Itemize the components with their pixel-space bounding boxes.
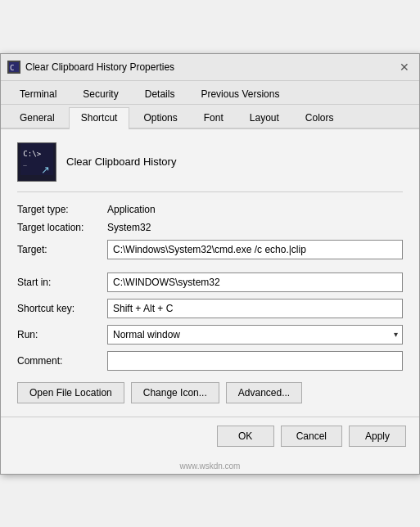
tab-colors[interactable]: Colors [293,107,346,128]
tabs-row-2: General Shortcut Options Font Layout Col… [1,105,419,129]
close-button[interactable]: ✕ [396,59,413,75]
run-label: Run: [17,329,107,340]
svg-text:↗: ↗ [41,164,50,176]
tab-previous-versions[interactable]: Previous Versions [188,83,291,104]
svg-text:C:\>: C:\> [23,148,42,157]
run-row: Run: Normal window Minimized Maximized ▾ [17,325,403,345]
tab-security[interactable]: Security [70,83,130,104]
target-row: Target: [17,240,403,259]
tab-details[interactable]: Details [133,83,187,104]
run-select-wrapper: Normal window Minimized Maximized ▾ [107,325,403,345]
svg-text:C: C [10,64,14,72]
apply-button[interactable]: Apply [349,426,406,447]
app-icon: C:\> _ ↗ [17,142,56,182]
tab-font[interactable]: Font [192,107,236,128]
title-bar: C Clear Clipboard History Properties ✕ [1,54,419,81]
target-location-row: Target location: System32 [17,222,403,233]
app-header: C:\> _ ↗ Clear Clipboard History [17,142,403,192]
svg-text:_: _ [23,158,27,165]
start-in-label: Start in: [17,277,107,288]
window-icon: C [7,61,20,74]
cancel-button[interactable]: Cancel [281,426,342,447]
watermark: www.wskdn.com [1,458,419,474]
target-location-label: Target location: [17,222,107,233]
tab-terminal[interactable]: Terminal [7,83,69,104]
open-file-location-button[interactable]: Open File Location [17,382,124,403]
advanced-button[interactable]: Advanced... [226,382,302,403]
dialog-footer: OK Cancel Apply [1,417,419,458]
ok-button[interactable]: OK [217,426,274,447]
window-title: Clear Clipboard History Properties [25,61,174,73]
target-location-value: System32 [107,222,151,233]
properties-window: C Clear Clipboard History Properties ✕ T… [0,53,420,475]
title-bar-left: C Clear Clipboard History Properties [7,61,174,74]
tab-layout[interactable]: Layout [237,107,291,128]
run-select[interactable]: Normal window Minimized Maximized [107,325,403,345]
target-type-label: Target type: [17,204,107,215]
target-label: Target: [17,244,107,255]
comment-row: Comment: [17,351,403,371]
tab-shortcut[interactable]: Shortcut [69,107,130,129]
tab-options[interactable]: Options [131,107,189,128]
target-input[interactable] [107,240,403,259]
tabs-row-1: Terminal Security Details Previous Versi… [1,81,419,105]
tab-content: C:\> _ ↗ Clear Clipboard History Target … [1,129,419,417]
tab-general[interactable]: General [7,107,67,128]
action-buttons: Open File Location Change Icon... Advanc… [17,382,403,403]
start-in-row: Start in: [17,273,403,292]
shortcut-key-row: Shortcut key: [17,299,403,318]
app-name: Clear Clipboard History [66,155,176,168]
target-type-row: Target type: Application [17,204,403,215]
shortcut-key-label: Shortcut key: [17,303,107,314]
shortcut-key-input[interactable] [107,299,403,318]
start-in-input[interactable] [107,273,403,292]
target-type-value: Application [107,204,156,215]
change-icon-button[interactable]: Change Icon... [131,382,219,403]
comment-label: Comment: [17,355,107,367]
comment-input[interactable] [107,351,403,371]
